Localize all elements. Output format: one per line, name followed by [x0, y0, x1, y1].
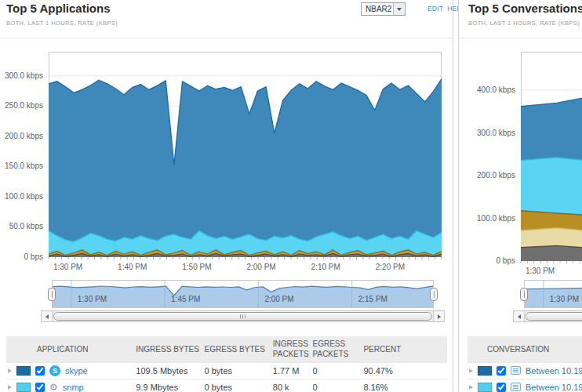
cell-egress-bytes: 0 bytes — [205, 379, 273, 392]
dropdown-arrow-button[interactable] — [393, 3, 405, 15]
row-checkbox[interactable] — [35, 366, 45, 376]
expand-icon[interactable] — [8, 385, 12, 390]
cell-egress-bytes: 0 bytes — [205, 362, 273, 379]
applications-table: APPLICATION INGRESS BYTES EGRESS BYTES I… — [6, 336, 447, 392]
selector-time-label: 1:45 PM — [171, 295, 200, 303]
table-row: Between 10.19 — [467, 379, 582, 392]
range-handle-left[interactable] — [48, 288, 56, 301]
range-handle-left[interactable] — [520, 288, 528, 301]
selector-time-label: 1:30 PM — [550, 295, 579, 303]
cell-percent: 8.16% — [363, 379, 447, 392]
chevron-down-icon — [397, 8, 402, 11]
grip-icon — [240, 314, 246, 318]
series-color-swatch — [16, 383, 31, 392]
column-header-conversation[interactable]: CONVERSATION — [467, 336, 582, 362]
time-range-selector[interactable]: 1:30 PM — [524, 280, 582, 308]
row-checkbox[interactable] — [497, 383, 506, 392]
x-axis-label: 2:00 PM — [241, 263, 282, 271]
horizontal-scrollbar[interactable] — [513, 310, 582, 322]
conversation-icon — [511, 366, 521, 375]
y-axis-label: 100.0 kbps — [459, 214, 515, 223]
panel-subtitle: BOTH, LAST 1 HOURS, RATE (KBPS) — [468, 20, 580, 27]
cell-egress-packets: 0 — [313, 362, 364, 379]
y-axis-label: 300.0 kbps — [459, 129, 515, 137]
scroll-right-button[interactable] — [433, 311, 444, 321]
gear-icon: ⚙ — [49, 383, 58, 392]
cell-ingress-bytes: 9.9 Mbytes — [136, 379, 204, 392]
conversations-table: CONVERSATION Between 10.19 Between 10.19 — [467, 336, 582, 392]
conversations-chart: 400.0 kbps300.0 kbps200.0 kbps100.0 kbps… — [459, 44, 582, 276]
column-header-percent[interactable]: PERCENT — [363, 336, 447, 362]
table-row: S skype 109.5 Mbytes 0 bytes 1.77 M 0 90… — [6, 362, 447, 379]
series-color-swatch — [478, 383, 492, 392]
conversations-header: Top 5 Conversations BOTH, LAST 1 HOURS, … — [459, 0, 582, 38]
x-axis-label: 2:10 PM — [305, 263, 346, 271]
y-axis-label: 400.0 kbps — [459, 85, 515, 94]
y-axis-label: 200.0 kbps — [459, 171, 515, 180]
selector-time-label: 2:15 PM — [358, 295, 387, 303]
selector-time-label: 2:00 PM — [264, 295, 293, 303]
page-title: Top 5 Applications — [6, 2, 111, 15]
table-row: ⚙ snmp 9.9 Mbytes 0 bytes 80 k 0 8.16% — [6, 379, 447, 392]
horizontal-scrollbar[interactable] — [41, 310, 445, 322]
applications-panel: Top 5 Applications BOTH, LAST 1 HOURS, R… — [0, 0, 453, 392]
conversation-icon — [511, 383, 521, 391]
conversation-link[interactable]: Between 10.19 — [526, 383, 582, 392]
row-checkbox[interactable] — [497, 366, 506, 376]
skype-icon: S — [49, 365, 60, 376]
edit-link[interactable]: EDIT — [427, 5, 443, 13]
column-header-egress-packets[interactable]: EGRESS PACKETS — [313, 336, 364, 362]
column-header-egress-bytes[interactable]: EGRESS BYTES — [205, 336, 273, 362]
x-axis-label: 1:40 PM — [112, 263, 153, 271]
table-header-row: CONVERSATION — [467, 336, 582, 362]
y-axis-label: 200.0 kbps — [0, 132, 43, 140]
panel-subtitle: BOTH, LAST 1 HOURS, RATE (KBPS) — [6, 20, 118, 27]
x-axis-label: 1:30 PM — [520, 267, 561, 275]
range-handle-right[interactable] — [430, 288, 438, 301]
expand-icon[interactable] — [8, 368, 12, 373]
y-axis-label: 100.0 kbps — [0, 192, 43, 201]
time-range-selector[interactable]: 1:30 PM1:45 PM2:00 PM2:15 PM — [52, 280, 434, 308]
scrollbar-thumb[interactable] — [53, 312, 432, 321]
table-header-row: APPLICATION INGRESS BYTES EGRESS BYTES I… — [6, 336, 447, 362]
nbar-dropdown[interactable]: NBAR2 — [361, 2, 406, 16]
selector-time-label: 1:30 PM — [78, 295, 107, 303]
application-link[interactable]: skype — [65, 366, 88, 376]
x-axis-label: 1:30 PM — [48, 263, 89, 271]
column-header-application[interactable]: APPLICATION — [6, 336, 136, 362]
series-color-swatch — [478, 366, 492, 376]
cell-ingress-bytes: 109.5 Mbytes — [136, 362, 204, 379]
cell-ingress-packets: 80 k — [273, 379, 313, 392]
y-axis-label: 0 bps — [459, 256, 515, 265]
handle-grip-icon — [52, 291, 53, 298]
scroll-left-button[interactable] — [514, 311, 525, 321]
arrow-left-icon — [518, 314, 521, 319]
arrow-left-icon — [45, 314, 49, 319]
y-axis-label: 0 bps — [0, 252, 43, 261]
y-axis-label: 150.0 kbps — [0, 162, 43, 170]
cell-ingress-packets: 1.77 M — [273, 362, 313, 379]
applications-header: Top 5 Applications BOTH, LAST 1 HOURS, R… — [0, 0, 453, 38]
scrollbar-thumb[interactable] — [526, 312, 582, 321]
conversations-panel: Top 5 Conversations BOTH, LAST 1 HOURS, … — [458, 0, 582, 392]
x-axis-label: 2:20 PM — [369, 263, 410, 271]
nbar-dropdown-value: NBAR2 — [362, 5, 393, 13]
row-checkbox[interactable] — [35, 383, 45, 392]
y-axis-label: 50.0 kbps — [0, 222, 43, 230]
y-axis-label: 300.0 kbps — [0, 71, 43, 80]
cell-egress-packets: 0 — [313, 379, 364, 392]
handle-grip-icon — [524, 291, 525, 298]
expand-icon[interactable] — [469, 368, 473, 373]
x-axis-label: 1:50 PM — [176, 263, 217, 271]
applications-chart: 300.0 kbps250.0 kbps200.0 kbps150.0 kbps… — [0, 44, 453, 276]
scroll-left-button[interactable] — [42, 311, 53, 321]
expand-icon[interactable] — [469, 385, 473, 390]
application-link[interactable]: snmp — [63, 383, 84, 392]
conversation-link[interactable]: Between 10.19 — [526, 366, 582, 376]
series-color-swatch — [16, 366, 31, 376]
column-header-ingress-bytes[interactable]: INGRESS BYTES — [136, 336, 204, 362]
column-header-ingress-packets[interactable]: INGRESS PACKETS — [273, 336, 313, 362]
table-row: Between 10.19 — [467, 362, 582, 379]
handle-grip-icon — [434, 291, 435, 298]
cell-percent: 90.47% — [363, 362, 447, 379]
